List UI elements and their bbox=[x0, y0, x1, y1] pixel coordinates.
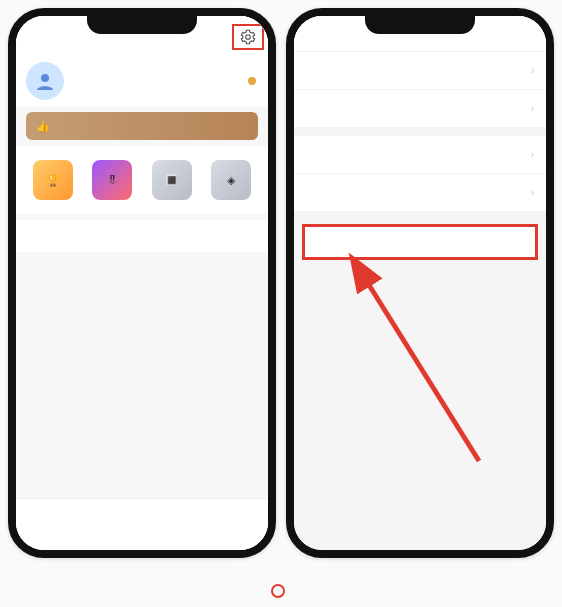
svg-point-0 bbox=[246, 35, 251, 40]
settings-row-my-info[interactable]: › bbox=[294, 52, 546, 90]
honor-badge[interactable]: 🎖 bbox=[85, 160, 139, 204]
right-phone: › › › › bbox=[286, 8, 554, 558]
member-card[interactable]: 👍 bbox=[26, 112, 258, 140]
avatar[interactable] bbox=[26, 62, 64, 100]
honor-badge[interactable]: 🏆 bbox=[26, 160, 80, 204]
circle-bullet-icon bbox=[271, 584, 285, 598]
verified-dot-icon bbox=[248, 77, 256, 85]
trophy-icon: 🏆 bbox=[33, 160, 73, 200]
annotation-arrow-icon bbox=[334, 246, 504, 476]
svg-line-2 bbox=[354, 261, 479, 461]
honor-badge[interactable]: 🔳 bbox=[145, 160, 199, 204]
thumbs-up-icon: 👍 bbox=[36, 120, 50, 133]
notch bbox=[365, 16, 475, 34]
honor-badge[interactable]: ◈ bbox=[204, 160, 258, 204]
honor-section: 🏆 🎖 🔳 ◈ bbox=[16, 146, 268, 214]
logout-button[interactable] bbox=[302, 224, 538, 260]
shield-icon: 🔳 bbox=[152, 160, 192, 200]
chevron-right-icon: › bbox=[531, 65, 534, 76]
settings-row-help[interactable]: › bbox=[294, 136, 546, 174]
profile-phone bbox=[72, 76, 240, 87]
medal-icon: 🎖 bbox=[92, 160, 132, 200]
chevron-right-icon: › bbox=[531, 103, 534, 114]
settings-row-account-security[interactable]: › bbox=[294, 90, 546, 128]
notch bbox=[87, 16, 197, 34]
instruction-caption bbox=[0, 583, 562, 601]
left-phone: 👍 🏆 🎖 🔳 ◈ bbox=[8, 8, 276, 558]
settings-button[interactable] bbox=[232, 24, 264, 50]
services-section bbox=[16, 220, 268, 252]
svg-point-1 bbox=[41, 74, 49, 82]
chevron-right-icon: › bbox=[531, 187, 534, 198]
chevron-right-icon: › bbox=[531, 149, 534, 160]
tab-bar bbox=[16, 498, 268, 550]
gear-icon bbox=[239, 28, 257, 46]
gem-icon: ◈ bbox=[211, 160, 251, 200]
settings-row-about[interactable]: › bbox=[294, 174, 546, 212]
person-icon bbox=[33, 69, 57, 93]
profile-block bbox=[16, 52, 268, 106]
realname-badge bbox=[248, 77, 258, 85]
